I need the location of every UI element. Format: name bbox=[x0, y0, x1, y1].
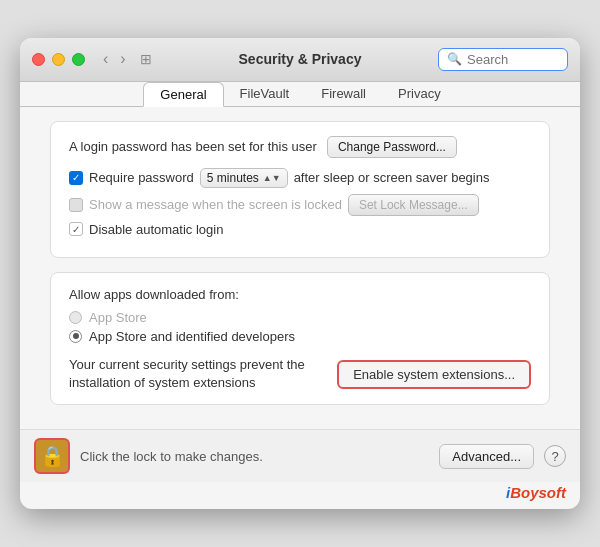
content-area: A login password has been set for this u… bbox=[20, 107, 580, 429]
bottom-bar: 🔒 Click the lock to make changes. Advanc… bbox=[20, 429, 580, 482]
search-input[interactable] bbox=[467, 52, 559, 67]
password-interval-dropdown[interactable]: 5 minutes ▲▼ bbox=[200, 168, 288, 188]
apps-section: Allow apps downloaded from: App Store Ap… bbox=[50, 272, 550, 405]
app-store-label: App Store bbox=[89, 310, 147, 325]
disable-autologin-label: Disable automatic login bbox=[89, 222, 223, 237]
tab-filevault[interactable]: FileVault bbox=[224, 82, 306, 106]
allow-apps-label: Allow apps downloaded from: bbox=[69, 287, 531, 302]
search-icon: 🔍 bbox=[447, 52, 462, 66]
help-button[interactable]: ? bbox=[544, 445, 566, 467]
extensions-text: Your current security settings prevent t… bbox=[69, 356, 309, 392]
change-password-button[interactable]: Change Password... bbox=[327, 136, 457, 158]
lock-icon: 🔒 bbox=[40, 444, 65, 468]
app-store-identified-radio-row: App Store and identified developers bbox=[69, 329, 531, 344]
window-title: Security & Privacy bbox=[239, 51, 362, 67]
login-section: A login password has been set for this u… bbox=[50, 121, 550, 258]
grid-icon: ⊞ bbox=[140, 51, 152, 67]
advanced-button[interactable]: Advanced... bbox=[439, 444, 534, 469]
tabs-inner: General FileVault Firewall Privacy bbox=[143, 82, 456, 106]
minimize-button[interactable] bbox=[52, 53, 65, 66]
nav-buttons: ‹ › bbox=[99, 49, 130, 69]
app-store-identified-label: App Store and identified developers bbox=[89, 329, 295, 344]
show-message-label: Show a message when the screen is locked bbox=[89, 197, 342, 212]
dropdown-arrow-icon: ▲▼ bbox=[263, 173, 281, 183]
app-store-radio-row: App Store bbox=[69, 310, 531, 325]
interval-value: 5 minutes bbox=[207, 171, 259, 185]
after-label: after sleep or screen saver begins bbox=[294, 170, 490, 185]
tab-firewall[interactable]: Firewall bbox=[305, 82, 382, 106]
tabs-bar: General FileVault Firewall Privacy bbox=[20, 82, 580, 107]
app-store-identified-radio[interactable] bbox=[69, 330, 82, 343]
disable-autologin-row: ✓ Disable automatic login bbox=[69, 222, 531, 237]
titlebar: ‹ › ⊞ Security & Privacy 🔍 bbox=[20, 38, 580, 82]
enable-extensions-button[interactable]: Enable system extensions... bbox=[337, 360, 531, 389]
brand: iBoysoft bbox=[20, 482, 580, 509]
close-button[interactable] bbox=[32, 53, 45, 66]
require-password-row: Require password 5 minutes ▲▼ after slee… bbox=[69, 168, 531, 188]
app-store-radio[interactable] bbox=[69, 311, 82, 324]
set-lock-message-button[interactable]: Set Lock Message... bbox=[348, 194, 479, 216]
show-message-checkbox[interactable] bbox=[69, 198, 83, 212]
brand-rest: Boysoft bbox=[510, 484, 566, 501]
login-text: A login password has been set for this u… bbox=[69, 139, 317, 154]
search-box[interactable]: 🔍 bbox=[438, 48, 568, 71]
show-message-row: Show a message when the screen is locked… bbox=[69, 194, 531, 216]
traffic-lights bbox=[32, 53, 85, 66]
require-password-checkbox[interactable] bbox=[69, 171, 83, 185]
zoom-button[interactable] bbox=[72, 53, 85, 66]
extensions-row: Your current security settings prevent t… bbox=[69, 356, 531, 392]
lock-text: Click the lock to make changes. bbox=[80, 449, 429, 464]
forward-button[interactable]: › bbox=[116, 49, 129, 69]
lock-icon-box[interactable]: 🔒 bbox=[34, 438, 70, 474]
tab-privacy[interactable]: Privacy bbox=[382, 82, 457, 106]
tab-general[interactable]: General bbox=[143, 82, 223, 107]
back-button[interactable]: ‹ bbox=[99, 49, 112, 69]
login-row: A login password has been set for this u… bbox=[69, 136, 531, 158]
disable-autologin-checkbox[interactable]: ✓ bbox=[69, 222, 83, 236]
require-password-label: Require password bbox=[89, 170, 194, 185]
main-window: ‹ › ⊞ Security & Privacy 🔍 General FileV… bbox=[20, 38, 580, 509]
